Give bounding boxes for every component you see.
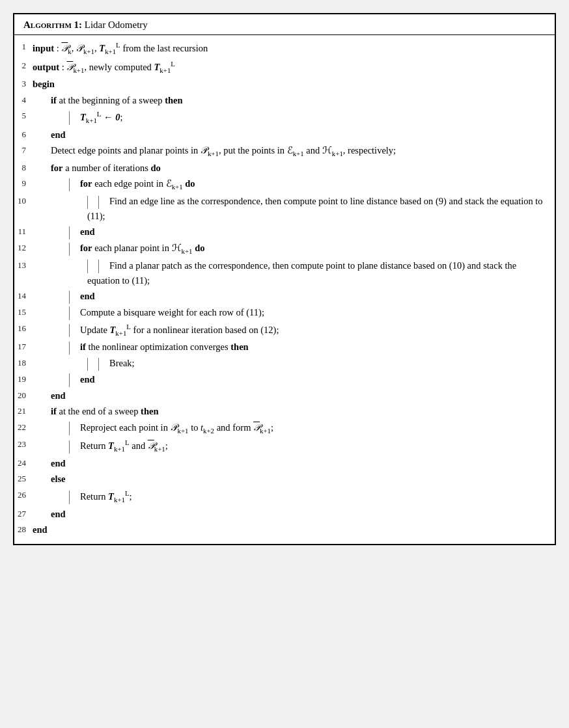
line-content: else [51,472,555,486]
line-number: 19 [14,372,33,386]
line-content: end [51,456,555,470]
line-number: 25 [14,472,33,485]
algorithm-label: Algorithm 1: [23,20,82,30]
algorithm-line: 18Break; [14,355,555,371]
algorithm-line: 6end [14,127,555,142]
line-content: if at the beginning of a sweep then [51,93,555,107]
algorithm-body: 1input : 𝒫k, 𝒫k+1, Tk+1L from the last r… [14,35,555,544]
line-content: for a number of iterations do [51,161,555,175]
algorithm-line: 28end [14,522,555,537]
algorithm-line: 23Return Tk+1L and 𝒫k+1; [14,437,555,455]
algorithm-line: 4if at the beginning of a sweep then [14,92,555,108]
line-content: if at the end of a sweep then [51,404,555,418]
line-content: begin [33,77,555,91]
line-number: 11 [14,224,33,238]
algorithm-line: 10Find an edge line as the correspondenc… [14,193,555,224]
line-content: input : 𝒫k, 𝒫k+1, Tk+1L from the last re… [33,40,555,57]
algorithm-line: 3begin [14,76,555,92]
line-content: Update Tk+1L for a nonlinear iteration b… [69,321,555,339]
line-content: Break; [87,356,555,371]
algorithm-line: 13Find a planar patch as the corresponde… [14,258,555,288]
line-content: for each edge point in ℰk+1 do [69,176,555,193]
line-number: 10 [14,194,33,208]
line-number: 18 [14,356,33,370]
algorithm-line: 25else [14,471,555,487]
line-content: for each planar point in ℋk+1 do [69,241,555,257]
line-number: 6 [14,128,33,141]
line-number: 9 [14,176,33,190]
line-content: Find an edge line as the correspondence,… [87,194,555,223]
algorithm-header: Algorithm 1: Lidar Odometry [14,14,555,35]
line-content: end [51,507,555,521]
algorithm-line: 1input : 𝒫k, 𝒫k+1, Tk+1L from the last r… [14,39,555,58]
algorithm-line: 21if at the end of a sweep then [14,403,555,419]
algorithm-title: Lidar Odometry [85,20,148,30]
algorithm-line: 16Update Tk+1L for a nonlinear iteration… [14,321,555,340]
algorithm-container: Algorithm 1: Lidar Odometry 1input : 𝒫k,… [13,13,556,545]
line-number: 16 [14,321,33,335]
line-number: 15 [14,305,33,319]
line-number: 13 [14,258,33,272]
algorithm-line: 22Reproject each point in 𝒫k+1 to tk+2 a… [14,420,555,437]
algorithm-line: 19end [14,371,555,388]
algorithm-line: 5Tk+1L ← 0; [14,108,555,127]
algorithm-line: 26Return Tk+1L; [14,487,555,506]
line-content: output : 𝒫k+1, newly computed Tk+1L [33,59,555,76]
algorithm-line: 8for a number of iterations do [14,160,555,176]
algorithm-line: 20end [14,388,555,403]
line-number: 28 [14,522,33,536]
algorithm-line: 15Compute a bisquare weight for each row… [14,304,555,321]
line-number: 22 [14,420,33,434]
line-number: 17 [14,340,33,353]
line-number: 20 [14,388,33,402]
algorithm-line: 17if the nonlinear optimization converge… [14,339,555,355]
line-content: Return Tk+1L; [69,488,555,506]
line-number: 7 [14,143,33,157]
line-content: Reproject each point in 𝒫k+1 to tk+2 and… [69,420,555,437]
line-number: 5 [14,109,33,122]
line-number: 12 [14,241,33,254]
line-number: 3 [14,77,33,90]
algorithm-line: 2output : 𝒫k+1, newly computed Tk+1L [14,58,555,77]
line-content: end [69,224,555,239]
line-number: 23 [14,437,33,451]
line-number: 14 [14,289,33,303]
line-content: end [69,372,555,387]
line-content: end [51,388,555,403]
line-number: 2 [14,59,33,72]
algorithm-line: 14end [14,288,555,304]
line-content: if the nonlinear optimization converges … [69,340,555,355]
line-number: 27 [14,507,33,520]
algorithm-line: 27end [14,506,555,522]
line-number: 8 [14,161,33,174]
line-content: Find a planar patch as the correspondenc… [87,258,555,288]
line-content: Compute a bisquare weight for each row o… [69,305,555,320]
line-content: end [33,522,555,537]
algorithm-line: 24end [14,455,555,471]
line-content: Return Tk+1L and 𝒫k+1; [69,437,555,455]
line-number: 21 [14,404,33,418]
line-content: end [51,128,555,142]
line-number: 26 [14,488,33,502]
algorithm-line: 7Detect edge points and planar points in… [14,142,555,160]
algorithm-line: 12for each planar point in ℋk+1 do [14,240,555,258]
line-content: end [69,289,555,304]
line-number: 1 [14,40,33,53]
line-number: 4 [14,93,33,107]
algorithm-line: 9for each edge point in ℰk+1 do [14,176,555,193]
algorithm-line: 11end [14,224,555,240]
line-content: Tk+1L ← 0; [69,109,555,126]
line-content: Detect edge points and planar points in … [51,143,555,159]
line-number: 24 [14,456,33,470]
